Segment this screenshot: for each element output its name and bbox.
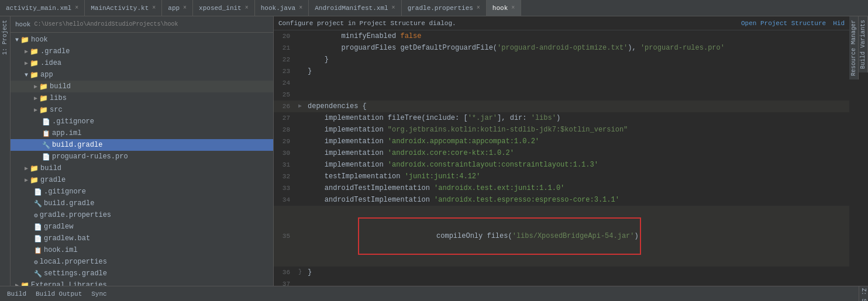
expand-icon: ▶ xyxy=(34,83,37,90)
hide-link[interactable]: Hid xyxy=(833,20,845,27)
folder-icon: 📁 xyxy=(20,36,29,44)
expand-icon: ▼ xyxy=(15,37,19,43)
tree-label: .gradle xyxy=(40,47,70,56)
tab-label: xposed_init xyxy=(199,5,242,12)
tab-close-icon[interactable]: × xyxy=(299,5,302,11)
tree-item-src[interactable]: ▶ 📁 src xyxy=(11,104,273,116)
editor-info-bar: Configure project in Project Structure d… xyxy=(274,16,849,30)
tab-close-icon[interactable]: × xyxy=(511,5,515,11)
tree-item-root-gitignore[interactable]: 📄 .gitignore xyxy=(11,186,273,198)
iml-icon: 📋 xyxy=(34,247,42,254)
tab-close-icon[interactable]: × xyxy=(245,5,249,11)
tab-xposed-init[interactable]: xposed_init × xyxy=(193,0,255,16)
gradle-icon: 🔧 xyxy=(34,200,42,207)
tree-label: proguard-rules.pro xyxy=(52,153,128,161)
tree-item-app-iml[interactable]: 📋 app.iml xyxy=(11,127,273,139)
close-block-icon: } xyxy=(298,267,302,278)
tree-label: .idea xyxy=(40,59,61,67)
tree-label: build.gradle xyxy=(44,199,94,207)
build-variants-strip[interactable]: Build Variants xyxy=(859,16,868,72)
open-project-structure-link[interactable]: Open Project Structure xyxy=(741,20,826,27)
code-line-24: 24 xyxy=(274,77,849,89)
tab-android-manifest[interactable]: AndroidManifest.xml × xyxy=(309,0,401,16)
tree-item-gradle-folder[interactable]: ▶ 📁 gradle xyxy=(11,174,273,186)
code-line-35: 35 compileOnly files('libs/XposedBridgeA… xyxy=(274,206,849,267)
tab-hook[interactable]: hook × xyxy=(487,0,521,16)
tree-item-app[interactable]: ▼ 📁 app xyxy=(11,69,273,81)
tab-label: AndroidManifest.xml xyxy=(315,5,388,12)
tree-header: hook C:\Users\hello\AndroidStudioProject… xyxy=(11,16,273,33)
expand-icon: ▶ xyxy=(25,48,28,55)
tree-item-idea[interactable]: ▶ 📁 .idea xyxy=(11,57,273,69)
code-line-34: 34 androidTestImplementation 'androidx.t… xyxy=(274,194,849,206)
bottom-tab-sync[interactable]: Sync xyxy=(87,289,111,299)
tree-item-app-gitignore[interactable]: 📄 .gitignore xyxy=(11,116,273,127)
tree-label: app.iml xyxy=(52,129,81,137)
expand-icon: ▶ xyxy=(25,177,28,184)
tree-item-proguard[interactable]: 📄 proguard-rules.pro xyxy=(11,151,273,162)
bottom-tab-build[interactable]: Build xyxy=(2,289,31,299)
code-line-30: 30 implementation 'androidx.core:core-kt… xyxy=(274,147,849,159)
tree-item-libs[interactable]: ▶ 📁 libs xyxy=(11,92,273,104)
tab-label: gradle.properties xyxy=(408,5,473,12)
tree-path: C:\Users\hello\AndroidStudioProjects\hoo… xyxy=(34,21,178,27)
fold-arrow-icon[interactable]: ▶ xyxy=(298,101,302,112)
build-folder-icon: 📁 xyxy=(39,82,48,91)
tab-close-icon[interactable]: × xyxy=(152,5,156,11)
folder-icon: 📁 xyxy=(39,94,48,103)
tree-item-app-build[interactable]: ▶ 📁 build xyxy=(11,81,273,92)
tree-label: build xyxy=(50,82,71,91)
tree-label: hook xyxy=(31,36,48,44)
tree-label: local.properties xyxy=(40,258,107,266)
tree-item-local-properties[interactable]: ⚙️ local.properties xyxy=(11,256,273,268)
tree-label: .gitignore xyxy=(52,117,94,126)
folder-icon: 📁 xyxy=(20,281,29,286)
tab-gradle-properties[interactable]: gradle.properties × xyxy=(402,0,487,16)
tab-activity-main-xml[interactable]: activity_main.xml × xyxy=(0,0,85,16)
tab-close-icon[interactable]: × xyxy=(477,5,480,11)
tree-item-hook-iml[interactable]: 📋 hook.iml xyxy=(11,244,273,256)
tab-close-icon[interactable]: × xyxy=(183,5,187,11)
z-structure-strip[interactable]: Z: Structure xyxy=(859,286,868,302)
tree-item-gradlew-bat[interactable]: 📄 gradlew.bat xyxy=(11,233,273,244)
resource-manager-strip[interactable]: Resource Manager xyxy=(849,16,859,79)
code-line-21: 21 proguardFiles getDefaultProguardFile(… xyxy=(274,42,849,54)
expand-icon: ▶ xyxy=(25,165,28,172)
file-icon: 📄 xyxy=(34,188,42,196)
code-line-37: 37 xyxy=(274,278,849,286)
tree-item-gradle-properties[interactable]: ⚙️ gradle.properties xyxy=(11,209,273,221)
expand-icon: ▶ xyxy=(34,106,37,113)
tab-label: app xyxy=(168,5,180,12)
tab-app[interactable]: app × xyxy=(162,0,193,16)
code-line-28: 28 implementation "org.jetbrains.kotlin:… xyxy=(274,124,849,136)
tab-mainactivity-kt[interactable]: MainActivity.kt × xyxy=(85,0,162,16)
tab-label: hook xyxy=(492,5,508,12)
tree-item-root-build-gradle[interactable]: 🔧 build.gradle xyxy=(11,198,273,209)
tree-label: hook.iml xyxy=(44,246,78,254)
expand-icon: ▶ xyxy=(25,60,28,67)
code-line-36: 36 } } xyxy=(274,267,849,278)
tab-hook-java[interactable]: hook.java × xyxy=(255,0,309,16)
tab-close-icon[interactable]: × xyxy=(75,5,78,11)
tab-bar: activity_main.xml × MainActivity.kt × ap… xyxy=(0,0,868,16)
tree-item-external-libs[interactable]: ▶ 📁 External Libraries xyxy=(11,279,273,286)
tree-item-hook-root[interactable]: ▼ 📁 hook xyxy=(11,34,273,46)
tree-item-app-build-gradle[interactable]: 🔧 build.gradle xyxy=(11,139,273,151)
expand-icon: ▶ xyxy=(34,95,37,102)
tab-close-icon[interactable]: × xyxy=(392,5,395,11)
folder-icon: 📁 xyxy=(30,59,39,68)
tree-label: settings.gradle xyxy=(44,269,107,278)
tree-item-gradle-hidden[interactable]: ▶ 📁 .gradle xyxy=(11,46,273,57)
tree-label: libs xyxy=(50,94,67,102)
folder-icon: 📁 xyxy=(30,164,39,173)
editor-content[interactable]: 20 minifyEnabled false 21 proguardFiles … xyxy=(274,30,849,286)
tree-item-gradlew[interactable]: 📄 gradlew xyxy=(11,221,273,233)
code-line-20: 20 minifyEnabled false xyxy=(274,30,849,42)
code-line-22: 22 } xyxy=(274,54,849,65)
file-icon: 📄 xyxy=(34,235,42,243)
project-panel-strip[interactable]: 1: Project xyxy=(1,16,9,58)
tree-item-settings-gradle[interactable]: 🔧 settings.gradle xyxy=(11,268,273,279)
tree-item-build-root[interactable]: ▶ 📁 build xyxy=(11,162,273,174)
project-tree-body: ▼ 📁 hook ▶ 📁 .gradle ▶ 📁 .idea xyxy=(11,33,273,286)
bottom-tab-build-output[interactable]: Build Output xyxy=(31,289,87,299)
